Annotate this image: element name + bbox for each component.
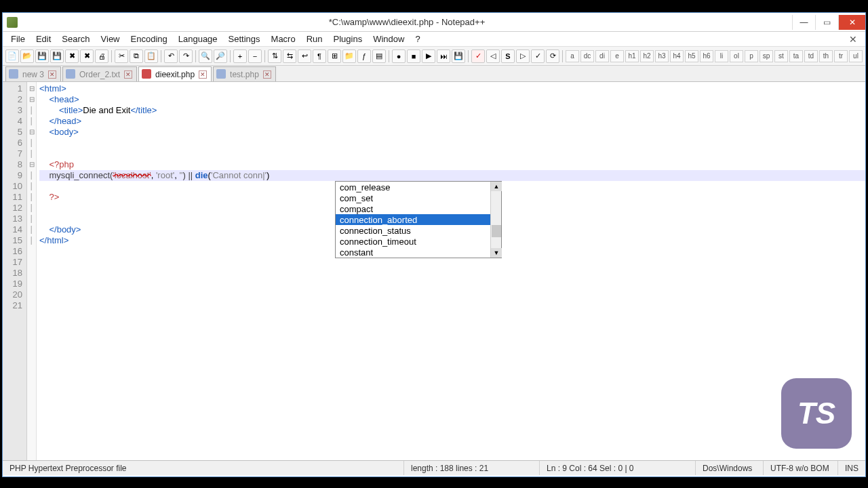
- editor[interactable]: 123456789101112131415161718192021 ⊟⊟││⊟│…: [3, 82, 865, 460]
- play-multi-icon[interactable]: ⏭: [437, 49, 450, 63]
- app-icon: [7, 17, 18, 28]
- status-language: PHP Hypertext Preprocessor file: [3, 461, 404, 475]
- menu-file[interactable]: File: [5, 33, 31, 45]
- tag-th-button[interactable]: th: [819, 50, 833, 62]
- close-all-icon[interactable]: ✖: [80, 49, 94, 63]
- tag-sp-button[interactable]: sp: [760, 50, 773, 62]
- app-window: *C:\wamp\www\dieexit.php - Notepad++ — ▭…: [2, 12, 866, 477]
- tag-tr-button[interactable]: tr: [834, 50, 848, 62]
- abc-icon[interactable]: ✓: [531, 49, 545, 63]
- menu-encoding[interactable]: Encoding: [125, 33, 173, 45]
- scroll-up-icon[interactable]: ▲: [491, 182, 502, 191]
- save-macro-icon[interactable]: 💾: [452, 49, 465, 63]
- tag-ul-button[interactable]: ul: [849, 50, 863, 62]
- menu-window[interactable]: Window: [368, 33, 410, 45]
- tab-close-icon[interactable]: ✕: [48, 70, 56, 79]
- code-area[interactable]: <html> <head> <title>Die and Exit</title…: [37, 82, 865, 460]
- autocomplete-item[interactable]: com_set: [336, 192, 501, 203]
- save-icon[interactable]: 💾: [35, 49, 49, 63]
- autocomplete-scrollbar[interactable]: ▲ ▼: [490, 182, 501, 258]
- tag-td-button[interactable]: td: [804, 50, 818, 62]
- undo-icon[interactable]: ↶: [164, 49, 178, 63]
- tag-li-button[interactable]: li: [715, 50, 728, 62]
- tag-p-button[interactable]: p: [745, 50, 758, 62]
- tag-dc-button[interactable]: dc: [580, 50, 594, 62]
- find-icon[interactable]: 🔍: [199, 49, 212, 63]
- menu-macro[interactable]: Macro: [266, 33, 301, 45]
- tag-ta-button[interactable]: ta: [789, 50, 803, 62]
- stop-icon[interactable]: ■: [407, 49, 420, 63]
- open-file-icon[interactable]: 📂: [20, 49, 34, 63]
- new-file-icon[interactable]: 📄: [5, 49, 19, 63]
- paste-icon[interactable]: 📋: [144, 49, 158, 63]
- tab-close-icon[interactable]: ✕: [124, 70, 132, 79]
- maximize-button[interactable]: ▭: [815, 15, 838, 30]
- autocomplete-item[interactable]: compact: [336, 203, 501, 214]
- tag-h4-button[interactable]: h4: [670, 50, 684, 62]
- close-file-icon[interactable]: ✖: [65, 49, 79, 63]
- scroll-thumb[interactable]: [492, 225, 501, 237]
- zoom-out-icon[interactable]: −: [248, 49, 262, 63]
- tag-di-button[interactable]: di: [595, 50, 609, 62]
- tag-h5-button[interactable]: h5: [685, 50, 698, 62]
- doc-map-icon[interactable]: ▤: [372, 49, 386, 63]
- folder-icon[interactable]: 📁: [342, 49, 356, 63]
- wrap-icon[interactable]: ↩: [298, 49, 311, 63]
- record-icon[interactable]: ●: [392, 49, 406, 63]
- status-length: length : 188 lines : 21: [404, 461, 540, 475]
- cut-icon[interactable]: ✂: [115, 49, 128, 63]
- autocomplete-popup[interactable]: com_releasecom_setcompactconnection_abor…: [335, 181, 502, 258]
- tag-ol-button[interactable]: ol: [730, 50, 743, 62]
- autocomplete-item[interactable]: connection_status: [336, 225, 501, 236]
- menu-language[interactable]: Language: [173, 33, 223, 45]
- replace-icon[interactable]: 🔎: [214, 49, 227, 63]
- menu-run[interactable]: Run: [301, 33, 328, 45]
- tab-new--3[interactable]: new 3✕: [5, 66, 61, 81]
- tab-test-php[interactable]: test.php✕: [213, 66, 276, 81]
- show-all-icon[interactable]: ¶: [313, 49, 326, 63]
- save-all-icon[interactable]: 💾: [50, 49, 64, 63]
- copy-icon[interactable]: ⧉: [130, 49, 143, 63]
- s-icon[interactable]: S: [501, 49, 515, 63]
- tab-dieexit-php[interactable]: dieexit.php✕: [138, 66, 212, 81]
- tag-h6-button[interactable]: h6: [700, 50, 713, 62]
- sync-v-icon[interactable]: ⇅: [268, 49, 281, 63]
- zoom-in-icon[interactable]: +: [233, 49, 247, 63]
- menu-search[interactable]: Search: [56, 33, 95, 45]
- indent-guide-icon[interactable]: ⊞: [328, 49, 341, 63]
- tag-e-button[interactable]: e: [610, 50, 624, 62]
- prev-mark-icon[interactable]: ◁: [486, 49, 500, 63]
- print-icon[interactable]: 🖨: [95, 49, 108, 63]
- tab-Order-2-txt[interactable]: Order_2.txt✕: [62, 66, 137, 81]
- autocomplete-item[interactable]: connection_aborted: [336, 214, 501, 225]
- tab-close-icon[interactable]: ✕: [199, 70, 207, 79]
- minimize-button[interactable]: —: [792, 15, 815, 30]
- menu-edit[interactable]: Edit: [31, 33, 56, 45]
- close-button[interactable]: ✕: [838, 15, 865, 30]
- autocomplete-item[interactable]: connection_timeout: [336, 236, 501, 247]
- autocomplete-item[interactable]: constant: [336, 247, 501, 258]
- play-icon[interactable]: ▶: [422, 49, 435, 63]
- toolbar: 📄 📂 💾 💾 ✖ ✖ 🖨 ✂ ⧉ 📋 ↶ ↷ 🔍 🔎 + − ⇅ ⇆ ↩ ¶ …: [3, 47, 865, 66]
- tag-st-button[interactable]: st: [774, 50, 788, 62]
- fold-gutter: ⊟⊟││⊟││⊟│││││││: [27, 82, 37, 460]
- tag-h2-button[interactable]: h2: [640, 50, 654, 62]
- redo-icon[interactable]: ↷: [179, 49, 193, 63]
- next-mark-icon[interactable]: ▷: [516, 49, 530, 63]
- menu-view[interactable]: View: [96, 33, 125, 45]
- tag-h1-button[interactable]: h1: [625, 50, 639, 62]
- tab-close-icon[interactable]: ✕: [263, 70, 271, 79]
- scroll-down-icon[interactable]: ▼: [491, 248, 502, 258]
- tag-h3-button[interactable]: h3: [655, 50, 669, 62]
- sync-h-icon[interactable]: ⇆: [283, 49, 296, 63]
- mdi-close-icon[interactable]: ✕: [844, 34, 863, 45]
- refresh-icon[interactable]: ⟳: [546, 49, 559, 63]
- menu-settings[interactable]: Settings: [223, 33, 266, 45]
- line-gutter: 123456789101112131415161718192021: [3, 82, 27, 460]
- spellcheck-icon[interactable]: ✓: [471, 49, 485, 63]
- autocomplete-item[interactable]: com_release: [336, 182, 501, 192]
- menu-help[interactable]: ?: [410, 33, 425, 45]
- function-list-icon[interactable]: ƒ: [357, 49, 371, 63]
- menu-plugins[interactable]: Plugins: [328, 33, 368, 45]
- tag-a-button[interactable]: a: [566, 50, 579, 62]
